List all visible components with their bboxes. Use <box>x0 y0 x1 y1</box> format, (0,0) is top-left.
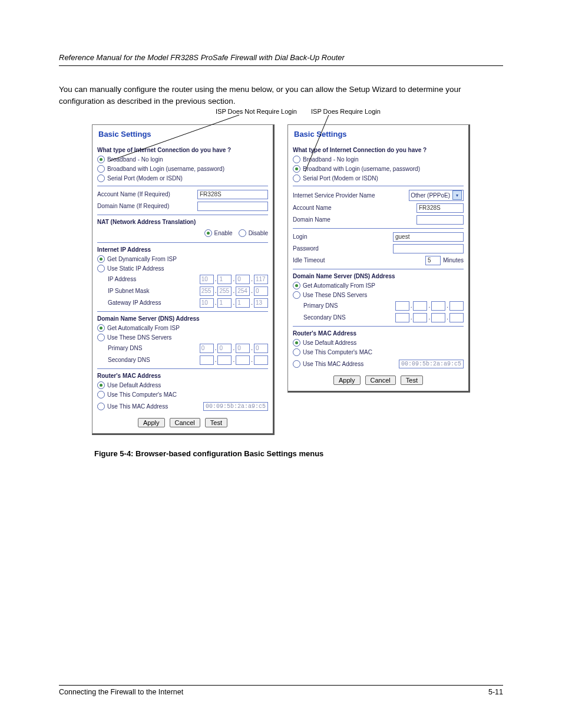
radio-nat-disable[interactable] <box>239 229 246 237</box>
radio-mac-pc[interactable] <box>293 348 300 356</box>
sep <box>97 311 268 312</box>
mac-input[interactable]: 00:09:5b:2a:a9:c5 <box>399 360 464 368</box>
account-name-label: Account Name <box>293 205 416 211</box>
callout-line-left <box>92 118 275 119</box>
login-label: Login <box>293 233 393 240</box>
radio-serial[interactable] <box>97 174 105 182</box>
radio-no-login[interactable] <box>97 156 105 163</box>
mac-head: Router's MAC Address <box>293 330 464 337</box>
callout-left: ISP Does Not Require Login <box>216 108 297 115</box>
running-header: Reference Manual for the Model FR328S Pr… <box>59 53 503 62</box>
footer-left: Connecting the Firewall to the Internet <box>59 688 183 696</box>
apply-button[interactable]: Apply <box>138 418 165 427</box>
header-rule <box>59 65 503 66</box>
mac-use-label: Use This MAC Address <box>107 403 203 410</box>
radio-dns-use[interactable] <box>97 334 105 341</box>
pdns-input[interactable]: ... <box>395 301 464 311</box>
dns-use-label: Use These DNS Servers <box>107 334 171 341</box>
panel-title: Basic Settings <box>98 130 268 139</box>
radio-login[interactable] <box>97 165 105 173</box>
radio-nat-enable[interactable] <box>204 229 212 237</box>
account-name-input[interactable] <box>197 190 268 199</box>
opt-no-login-label: Broadband - No login <box>303 156 359 163</box>
password-input[interactable] <box>393 244 464 253</box>
question-head: What type of Internet Connection do you … <box>97 147 268 153</box>
account-name-input[interactable] <box>416 203 464 213</box>
subnet-input[interactable]: . . . <box>200 286 268 296</box>
test-button[interactable]: Test <box>401 375 423 385</box>
mac-default-label: Use Default Address <box>107 382 161 388</box>
sep <box>293 228 464 229</box>
sdns-input[interactable]: ... <box>395 313 464 322</box>
cancel-button[interactable]: Cancel <box>365 375 396 385</box>
isp-select[interactable]: Other (PPPoE) ▾ <box>409 190 464 201</box>
radio-serial[interactable] <box>293 174 300 182</box>
mac-use-label: Use This MAC Address <box>303 361 399 367</box>
mac-head: Router's MAC Address <box>97 373 268 379</box>
sep <box>97 186 268 186</box>
opt-serial-label: Serial Port (Modem or ISDN) <box>107 175 183 182</box>
footer-right: 5-11 <box>488 688 503 696</box>
login-input[interactable] <box>393 232 464 242</box>
nat-head: NAT (Network Address Translation) <box>97 219 268 225</box>
pdns-label: Primary DNS <box>303 302 395 309</box>
sdns-label: Secondary DNS <box>108 357 200 363</box>
radio-mac-use[interactable] <box>97 403 105 410</box>
pdns-input[interactable]: . . . <box>200 344 268 353</box>
radio-mac-use[interactable] <box>293 360 300 368</box>
mac-default-label: Use Default Address <box>303 340 356 346</box>
radio-login[interactable] <box>293 165 300 173</box>
mac-pc-label: Use This Computer's MAC <box>303 349 372 355</box>
dns-auto-label: Get Automatically From ISP <box>107 325 180 331</box>
ip-addr-input[interactable]: . . . <box>200 275 268 284</box>
question-head: What type of Internet Connection do you … <box>293 147 464 153</box>
radio-dns-use[interactable] <box>293 291 300 299</box>
password-label: Password <box>293 245 393 252</box>
radio-mac-pc[interactable] <box>97 391 105 398</box>
radio-ip-static[interactable] <box>97 265 105 272</box>
sep <box>293 269 464 269</box>
nat-disable-label: Disable <box>249 230 268 236</box>
gateway-input[interactable]: . . . <box>200 298 268 308</box>
domain-name-label: Domain Name (If Required) <box>97 203 197 209</box>
sdns-input[interactable]: ... <box>200 355 268 365</box>
domain-name-input[interactable] <box>197 202 268 211</box>
cancel-button[interactable]: Cancel <box>170 418 200 427</box>
callout-line-right <box>287 118 470 119</box>
ip-static-label: Use Static IP Address <box>107 265 164 272</box>
gateway-label: Gateway IP Address <box>108 299 200 306</box>
sep <box>97 215 268 215</box>
sep <box>97 368 268 369</box>
radio-no-login[interactable] <box>293 156 300 163</box>
radio-dns-auto[interactable] <box>293 282 300 289</box>
mac-input[interactable]: 00:09:5b:2a:a9:c5 <box>203 402 268 411</box>
test-button[interactable]: Test <box>205 418 227 427</box>
intro-paragraph: You can manually configure the router us… <box>59 84 503 108</box>
sep <box>293 186 464 186</box>
isp-select-value: Other (PPPoE) <box>411 192 450 199</box>
isp-name-label: Internet Service Provider Name <box>293 192 409 199</box>
dns-use-label: Use These DNS Servers <box>303 292 367 298</box>
radio-mac-default[interactable] <box>97 381 105 389</box>
ip-head: Internet IP Address <box>97 246 268 253</box>
domain-name-input[interactable] <box>416 215 464 225</box>
opt-serial-label: Serial Port (Modem or ISDN) <box>303 175 378 182</box>
panel-login: Basic Settings What type of Internet Con… <box>287 124 470 393</box>
panel-no-login: Basic Settings What type of Internet Con… <box>92 124 275 435</box>
opt-login-label: Broadband with Login (username, password… <box>107 166 224 172</box>
dns-auto-label: Get Automatically From ISP <box>303 282 375 289</box>
radio-ip-dyn[interactable] <box>97 255 105 263</box>
opt-login-label: Broadband with Login (username, password… <box>303 166 420 172</box>
sep <box>97 242 268 243</box>
idle-unit: Minutes <box>443 257 464 263</box>
radio-mac-default[interactable] <box>293 339 300 347</box>
dns-head: Domain Name Server (DNS) Address <box>97 315 268 322</box>
dns-head: Domain Name Server (DNS) Address <box>293 273 464 279</box>
panel-title: Basic Settings <box>294 130 464 139</box>
account-name-label: Account Name (If Required) <box>97 191 197 197</box>
radio-dns-auto[interactable] <box>97 324 105 332</box>
idle-input[interactable] <box>425 256 441 265</box>
callout-right: ISP Does Require Login <box>311 108 381 115</box>
apply-button[interactable]: Apply <box>333 375 361 385</box>
page-footer: Connecting the Firewall to the Internet … <box>59 683 503 696</box>
